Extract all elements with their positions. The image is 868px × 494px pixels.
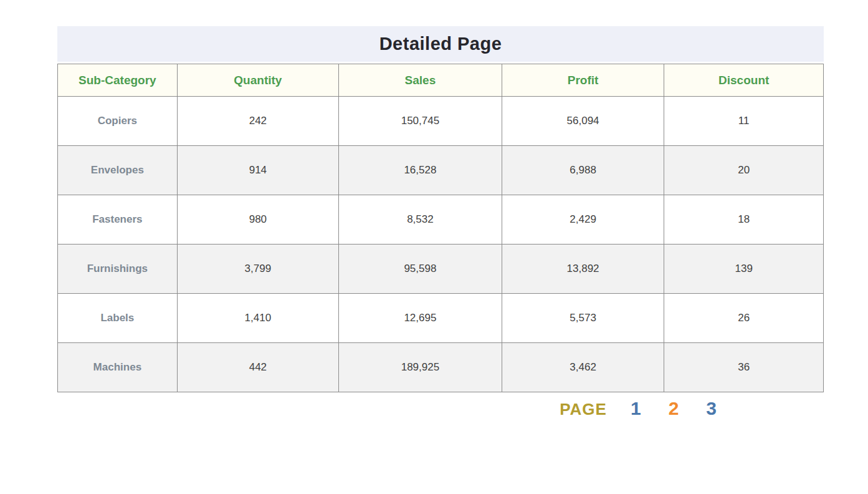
cell-profit: 56,094 [502, 97, 664, 146]
col-header-sub-category: Sub-Category [58, 64, 178, 97]
table-row: Envelopes 914 16,528 6,988 20 [58, 146, 824, 195]
cell-discount: 11 [664, 97, 824, 146]
cell-sales: 12,695 [339, 294, 502, 343]
row-label: Labels [58, 294, 178, 343]
cell-discount: 36 [664, 343, 824, 392]
table-row: Fasteners 980 8,532 2,429 18 [58, 195, 824, 245]
cell-quantity: 980 [177, 195, 338, 245]
cell-discount: 18 [664, 195, 824, 245]
report-page: Detailed Page Sub-Category Quantity Sale… [57, 26, 824, 419]
cell-sales: 8,532 [339, 195, 502, 245]
cell-profit: 5,573 [502, 294, 664, 343]
cell-sales: 189,925 [339, 343, 502, 392]
row-label: Machines [58, 343, 178, 392]
table-header-row: Sub-Category Quantity Sales Profit Disco… [58, 64, 824, 97]
cell-discount: 20 [664, 146, 824, 195]
cell-discount: 139 [664, 245, 824, 294]
detail-table: Sub-Category Quantity Sales Profit Disco… [57, 64, 824, 392]
cell-profit: 3,462 [502, 343, 664, 392]
table-row: Machines 442 189,925 3,462 36 [58, 343, 824, 392]
row-label: Furnishings [58, 245, 178, 294]
table-row: Labels 1,410 12,695 5,573 26 [58, 294, 824, 343]
pagination-label: PAGE [560, 400, 607, 419]
page-title: Detailed Page [379, 34, 502, 54]
pagination-page-3[interactable]: 3 [706, 398, 717, 419]
cell-quantity: 1,410 [177, 294, 338, 343]
col-header-quantity: Quantity [177, 64, 338, 97]
cell-sales: 16,528 [339, 146, 502, 195]
pagination-page-1[interactable]: 1 [631, 398, 641, 419]
pagination: PAGE 1 2 3 [57, 398, 824, 419]
cell-quantity: 442 [177, 343, 338, 392]
cell-profit: 2,429 [502, 195, 664, 245]
pagination-page-2[interactable]: 2 [669, 398, 679, 419]
cell-quantity: 914 [177, 146, 338, 195]
col-header-sales: Sales [339, 64, 502, 97]
col-header-profit: Profit [502, 64, 664, 97]
cell-profit: 6,988 [502, 146, 664, 195]
cell-sales: 95,598 [339, 245, 502, 294]
row-label: Copiers [58, 97, 178, 146]
row-label: Envelopes [58, 146, 178, 195]
table-row: Furnishings 3,799 95,598 13,892 139 [58, 245, 824, 294]
report-title-band: Detailed Page [57, 26, 824, 62]
table-row: Copiers 242 150,745 56,094 11 [58, 97, 824, 146]
cell-sales: 150,745 [339, 97, 502, 146]
cell-discount: 26 [664, 294, 824, 343]
row-label: Fasteners [58, 195, 178, 245]
cell-profit: 13,892 [502, 245, 664, 294]
col-header-discount: Discount [664, 64, 824, 97]
cell-quantity: 3,799 [177, 245, 338, 294]
cell-quantity: 242 [177, 97, 338, 146]
